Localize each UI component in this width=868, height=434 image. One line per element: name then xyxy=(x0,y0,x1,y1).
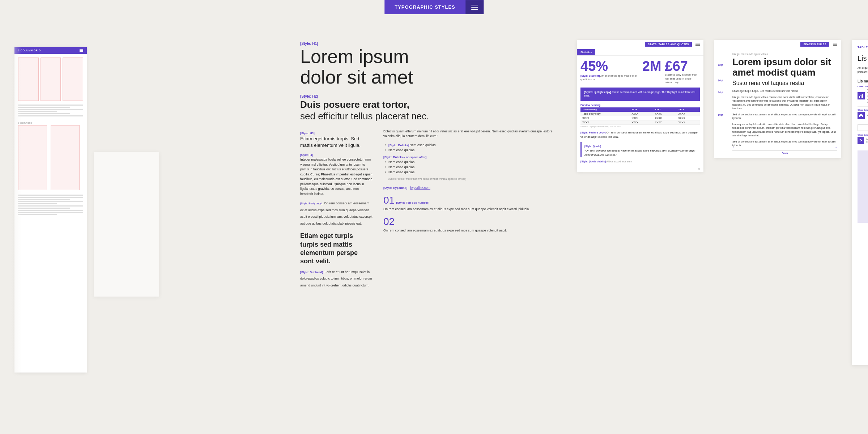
quote-detail-label: [Style: Quote details] xyxy=(580,160,606,163)
preview-table: Table heading XXXX XXXX XXXX Table body … xyxy=(580,107,700,125)
h3-style-label: [Style: H3] xyxy=(300,132,315,135)
table-col-1: XXXX xyxy=(630,107,653,112)
grid-card: 3 COLUMN GRID xyxy=(14,47,87,373)
stat-1-container: 45% [Style: Stat text] Am et sitlantus a… xyxy=(580,59,639,81)
table-header-label: Table heading xyxy=(580,107,630,112)
bullets-no-space-list: Nem esed quidias Nem esed quidias Nem es… xyxy=(383,159,553,175)
spacing-body-5: Sed ult consedi am eossemam ex et alibus… xyxy=(732,140,837,148)
etiam-heading: Etiam eget turpis turpis sed mattis elem… xyxy=(300,232,373,266)
grid-column-3 xyxy=(63,58,83,101)
bullet-ns-3: Nem esed quidias xyxy=(383,170,553,175)
cat-1-label: Clear Category xyxy=(858,85,868,88)
row-label: Table body copy xyxy=(580,112,630,116)
spacing-header-menu-icon[interactable] xyxy=(833,43,837,46)
chart-icon xyxy=(859,94,863,98)
network-section xyxy=(858,150,868,223)
panel-right: Tables And Quotes Lis molum ra sdanimos … xyxy=(846,18,868,434)
bullet-ns-2: Nem esed quidias xyxy=(383,165,553,170)
grid-card-menu-icon[interactable] xyxy=(80,49,83,52)
spacing-body-3: Sed ult consedi am eossemam ex et alibus… xyxy=(732,113,837,120)
quote-section: [Style: Quote] "On rem consedi am eosser… xyxy=(580,142,700,157)
h2-heading: Duis posuere erat tortor,sed efficitur t… xyxy=(300,99,553,122)
svg-marker-3 xyxy=(859,114,863,117)
h3-text: Etiam eget turpis turpis. Sed mattis ele… xyxy=(300,136,373,149)
bullet-list: [Style: Bullets] Nem esed quidias Nem es… xyxy=(383,142,553,153)
bullets-note: (Use for lists of more than five items o… xyxy=(383,178,553,180)
pt-12-label: 12pt xyxy=(718,64,729,66)
two-col-label: 2 COLUMN GRID xyxy=(18,122,83,124)
h4-text: Integer malesuada ligula vel leo consect… xyxy=(300,157,373,196)
table-col-3: XXXX xyxy=(676,107,700,112)
nav-menu-button[interactable] xyxy=(465,0,484,14)
stat-1-number: 45% xyxy=(580,59,639,73)
grid-card-title: 3 COLUMN GRID xyxy=(18,49,41,52)
panel-spacing: SPACING RULES 12pt 36pt 24pt 60pt Intege… xyxy=(709,18,846,434)
bullet-style-label: [Style: Bullets] Nem esed quidias xyxy=(383,142,553,148)
svg-rect-2 xyxy=(862,94,863,98)
cat-2-item: Aut ulliquo cum voluptatem quis aliquam … xyxy=(858,112,868,119)
spacing-h2: Lorem ipsum dolor sit amet modist quam xyxy=(732,57,837,77)
quote-text: "On rem consedi am eosser nam ex et alib… xyxy=(584,149,700,157)
bullet-ns-1: Nem esed quidias xyxy=(383,159,553,165)
spacing-ruler-section: ← → 5mm xyxy=(732,150,837,154)
category-3: Clear Category Aut ulliquo cum ent in cu… xyxy=(858,134,868,144)
stat-2-container: 2M xyxy=(642,59,661,73)
category-2: Clear Category Aut ulliquo cum voluptate… xyxy=(858,109,868,119)
stat-3-desc: Statistics copy is longer than four line… xyxy=(665,73,700,85)
top-navigation: TYPOGRAPHIC STYLES xyxy=(384,0,484,14)
grid-column-2 xyxy=(41,58,61,101)
cat-3-text: Aut ulliquo cum ent in cud nesciis, spit… xyxy=(866,137,868,144)
highlight-box: [Style: Highlight copy] can be accommoda… xyxy=(580,88,700,101)
stat-2-number: 2M xyxy=(642,59,661,73)
feature-copy-label: [Style: Feature copy] xyxy=(580,131,605,134)
quote-label: [Style: Quote] xyxy=(584,145,601,148)
panel-stats: STATS, TABLES AND QUOTES Statistics 45% … xyxy=(571,18,709,434)
cat-1-item: Audis ulliquo Aut aliquam doluptatem te … xyxy=(858,88,868,103)
stats-tab-statistics[interactable]: Statistics xyxy=(577,49,595,55)
hamburger-icon xyxy=(471,5,478,10)
top-tips-text-1: On rem consedi am eossemam ex et alibus … xyxy=(383,207,553,212)
spacing-card: SPACING RULES 12pt 36pt 24pt 60pt Intege… xyxy=(714,40,841,158)
nav-title: TYPOGRAPHIC STYLES xyxy=(384,0,465,14)
panel-grid: 3 COLUMN GRID xyxy=(0,18,282,434)
stats-header-menu-icon[interactable] xyxy=(695,43,700,46)
spacing-header-title: SPACING RULES xyxy=(800,42,829,47)
quote-detail-text: Alibus aspod mos sum xyxy=(607,160,632,163)
spacing-body-4: lorem ques molluptates dentio quae sibiu… xyxy=(732,123,837,138)
h1-heading: Lorem ipsumdolor sit amet xyxy=(300,46,553,88)
two-col-right xyxy=(51,125,80,190)
spacing-body-2: Integer malesuada ligula vel leo consect… xyxy=(732,95,837,111)
hyperlink-value[interactable]: hyperlink.com xyxy=(410,186,430,190)
top-tips-number-2: 02 xyxy=(383,216,395,227)
right-card-two-col: Lis molum ra sdanimos dol Aut uliquo occ… xyxy=(858,54,868,147)
table-row: XXXX XXXX XXXX XXXX xyxy=(580,120,700,124)
h1-style-label: [Style: H1] xyxy=(300,42,318,46)
table-footnote: Source: XXX | https://www.url.com | June… xyxy=(580,125,700,128)
arrow-icon-box xyxy=(858,137,864,144)
cat-2-label: Clear Category xyxy=(858,109,868,111)
pt-60-label: 60pt xyxy=(718,114,729,116)
quote-detail-section: [Style: Quote details] Alibus aspod mos … xyxy=(580,160,700,163)
hyperlink-label: [Style: Hyperlink] xyxy=(383,186,407,190)
right-col-body-text: Ectectis quiam efferum iminum hil et di … xyxy=(383,129,553,139)
spacing-pt-labels: 12pt 36pt 24pt 60pt xyxy=(718,53,729,154)
hyperlink-section: [Style: Hyperlink] hyperlink.com xyxy=(383,184,553,190)
two-col-left xyxy=(18,125,47,190)
right-h2-2: Lis molum ra sequtu sdanimos dolum aud xyxy=(858,79,868,83)
bullets-no-space-label: [Style: Bullets – no space after] xyxy=(383,156,553,159)
h2-style-label: [Style: H2] xyxy=(300,94,318,98)
icon-spacing-note: 7.5pt vertical spacing between icon and … xyxy=(858,124,868,131)
right-main-card: Tables And Quotes Lis molum ra sdanimos … xyxy=(852,40,868,365)
ruler-label: 5mm xyxy=(732,152,837,154)
feature-copy-section: [Style: Feature copy] On rem consedi am … xyxy=(580,131,700,139)
table-col-2: XXXX xyxy=(653,107,677,112)
table-section: Preview heading Table heading XXXX XXXX … xyxy=(580,104,700,128)
cell-2: XXXX xyxy=(653,112,677,116)
top-tips-section: 01 [Style: Top tips number] On rem conse… xyxy=(383,195,553,233)
home-icon-box xyxy=(858,112,865,119)
home-icon xyxy=(859,113,863,118)
panel-typography: [Style: H1] Lorem ipsumdolor sit amet [S… xyxy=(282,18,571,434)
preview-heading: Preview heading xyxy=(580,104,700,106)
stat-3-container: £67 Statistics copy is longer than four … xyxy=(665,59,700,85)
spacing-h3: Susto reria vol taquas restia xyxy=(732,80,837,86)
